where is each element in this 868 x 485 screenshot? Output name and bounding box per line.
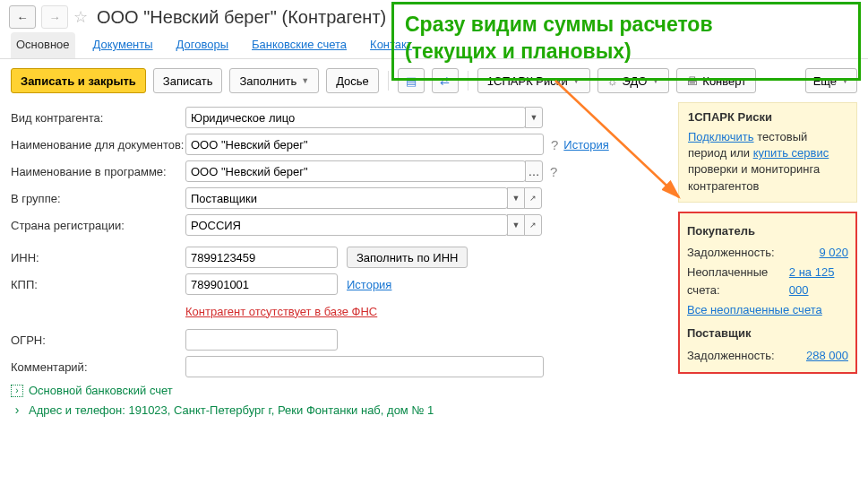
kind-input[interactable] bbox=[185, 107, 526, 128]
annotation-line1: Сразу видим суммы расчетов bbox=[405, 12, 847, 39]
progname-label: Наименование в программе: bbox=[11, 165, 185, 178]
bank-expand-label: Основной банковский счет bbox=[29, 384, 173, 397]
settlements-panel: Покупатель Задолженность: 9 020 Неоплаче… bbox=[678, 212, 857, 374]
tab-contracts[interactable]: Договоры bbox=[171, 32, 234, 58]
nav-back-button[interactable]: ← bbox=[9, 5, 36, 29]
open-icon: ↗ bbox=[529, 221, 537, 230]
chevron-down-icon: ▼ bbox=[512, 194, 520, 203]
missing-in-fns-link[interactable]: Контрагент отсутствует в базе ФНС bbox=[185, 305, 377, 318]
chevron-down-icon: ▼ bbox=[530, 113, 538, 122]
tab-documents[interactable]: Документы bbox=[88, 32, 159, 58]
history-link[interactable]: История bbox=[563, 138, 608, 152]
bank-account-expand[interactable]: › Основной банковский счет bbox=[11, 384, 666, 397]
unpaid-label: Неоплаченные счета: bbox=[687, 264, 789, 299]
tab-bank-accounts[interactable]: Банковские счета bbox=[246, 32, 352, 58]
supplier-section-title: Поставщик bbox=[687, 325, 848, 342]
group-input[interactable] bbox=[185, 187, 508, 209]
fill-button[interactable]: Заполнить▼ bbox=[229, 68, 319, 93]
group-dropdown-button[interactable]: ▼ bbox=[507, 187, 525, 209]
address-phone-expand[interactable]: › Адрес и телефон: 191023, Санкт-Петербу… bbox=[11, 403, 666, 417]
spark-panel: 1СПАРК Риски Подключить тестовый период … bbox=[678, 102, 857, 203]
chevron-down-icon: ▼ bbox=[512, 221, 520, 230]
chevron-down-icon: ▼ bbox=[301, 76, 309, 85]
dossier-button[interactable]: Досье bbox=[326, 68, 379, 93]
help-icon[interactable]: ? bbox=[550, 164, 557, 179]
kind-label: Вид контрагента: bbox=[11, 111, 185, 125]
docname-label: Наименование для документов: bbox=[11, 138, 185, 152]
inn-input[interactable] bbox=[185, 247, 338, 268]
tab-main[interactable]: Основное bbox=[11, 32, 75, 58]
ogrn-label: ОГРН: bbox=[11, 333, 185, 347]
buyer-debt-value[interactable]: 9 020 bbox=[819, 244, 848, 262]
comment-input[interactable] bbox=[185, 356, 544, 377]
group-label: В группе: bbox=[11, 192, 185, 205]
ellipsis-icon: … bbox=[529, 165, 540, 178]
separator bbox=[388, 71, 389, 91]
help-icon[interactable]: ? bbox=[551, 137, 558, 152]
supplier-debt-value[interactable]: 288 000 bbox=[806, 347, 848, 365]
expand-icon: › bbox=[11, 385, 23, 397]
save-close-button[interactable]: Записать и закрыть bbox=[11, 68, 146, 93]
progname-input[interactable] bbox=[185, 160, 526, 182]
fill-by-inn-button[interactable]: Заполнить по ИНН bbox=[347, 247, 468, 268]
addr-expand-label: Адрес и телефон: 191023, Санкт-Петербург… bbox=[29, 403, 434, 417]
unpaid-value[interactable]: 2 на 125 000 bbox=[789, 264, 848, 299]
progname-pick-button[interactable]: … bbox=[525, 160, 543, 182]
open-icon: ↗ bbox=[529, 194, 537, 203]
spark-buy-link[interactable]: купить сервис bbox=[753, 146, 829, 160]
inn-label: ИНН: bbox=[11, 251, 185, 264]
group-open-button[interactable]: ↗ bbox=[524, 187, 542, 209]
kind-dropdown-button[interactable]: ▼ bbox=[525, 107, 543, 128]
comment-label: Комментарий: bbox=[11, 360, 185, 374]
expand-icon: › bbox=[11, 403, 23, 417]
country-open-button[interactable]: ↗ bbox=[524, 214, 542, 236]
kpp-history-link[interactable]: История bbox=[347, 278, 391, 291]
buyer-section-title: Покупатель bbox=[687, 222, 848, 240]
nav-forward-button[interactable]: → bbox=[41, 5, 68, 29]
country-input[interactable] bbox=[185, 214, 508, 236]
buyer-debt-label: Задолженность: bbox=[687, 244, 775, 262]
country-dropdown-button[interactable]: ▼ bbox=[507, 214, 525, 236]
annotation-overlay: Сразу видим суммы расчетов (текущих и пл… bbox=[391, 2, 861, 81]
spark-panel-title: 1СПАРК Риски bbox=[688, 110, 847, 124]
annotation-line2: (текущих и плановых) bbox=[405, 39, 847, 65]
all-unpaid-link[interactable]: Все неоплаченные счета bbox=[687, 301, 848, 319]
page-title: ООО "Невский берег" (Контрагент) bbox=[97, 7, 386, 28]
arrow-right-icon: → bbox=[49, 11, 61, 24]
kpp-label: КПП: bbox=[11, 278, 185, 291]
ogrn-input[interactable] bbox=[185, 329, 338, 351]
supplier-debt-label: Задолженность: bbox=[687, 347, 775, 365]
arrow-left-icon: ← bbox=[17, 11, 29, 24]
save-button[interactable]: Записать bbox=[153, 68, 223, 93]
docname-input[interactable] bbox=[185, 134, 544, 155]
kpp-input[interactable] bbox=[185, 273, 338, 295]
spark-connect-link[interactable]: Подключить bbox=[688, 130, 754, 143]
country-label: Страна регистрации: bbox=[11, 219, 185, 232]
favorite-star-icon[interactable]: ☆ bbox=[73, 7, 88, 27]
